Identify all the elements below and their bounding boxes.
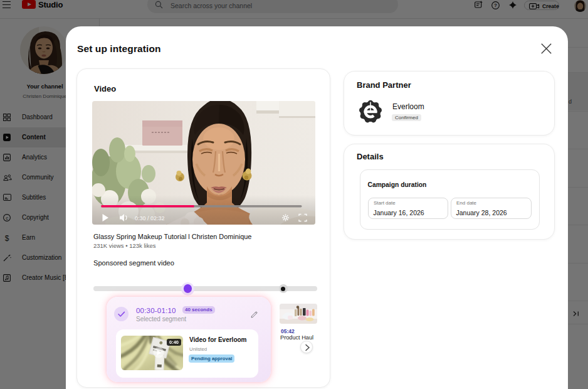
svg-text:0:30 / 02:32: 0:30 / 02:32 (135, 215, 165, 221)
